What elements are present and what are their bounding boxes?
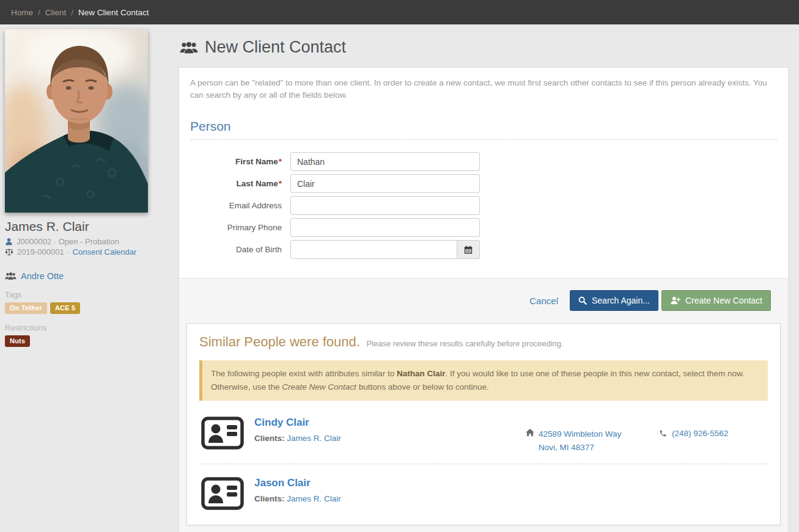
breadcrumb: Home / Client / New Client Contact [0,0,799,24]
required-marker: * [279,179,282,188]
similar-people-panel: Similar People were found. Please review… [186,323,781,525]
create-new-contact-button[interactable]: Create New Contact [661,290,771,311]
tag-badge: ACE 5 [50,302,80,314]
search-again-button[interactable]: Search Again... [570,290,658,311]
form-row-first-name: First Name* [190,152,777,171]
result-address: 42589 Wimbleton Way Novi, MI 48377 [526,415,659,453]
alert-search-name: Nathan Clair [397,369,446,378]
client-link[interactable]: James R. Clair [287,494,341,503]
first-name-label: First Name* [190,157,282,166]
clients-label: Clients: [254,434,285,443]
result-phone: (248) 926-5562 [659,415,768,438]
dob-label: Date of Birth [190,245,282,254]
restrictions-list: Nuts [5,335,172,347]
phone-number: (248) 926-5562 [672,429,728,438]
home-icon [526,429,534,437]
last-name-label: Last Name* [190,179,282,188]
form-row-phone: Primary Phone [190,218,777,237]
page-title: New Client Contact [205,38,346,57]
result-name-link[interactable]: Cindy Clair [254,417,309,429]
result-row-cindy[interactable]: Cindy Clair Clients: James R. Clair [199,415,768,453]
result-clients-line: Clients: James R. Clair [254,494,768,503]
users-icon [180,41,198,54]
case-number: 2019-000001 · [17,247,69,257]
similar-people-heading: Similar People were found. [199,334,360,349]
related-person-link[interactable]: Andre Otte [21,271,64,281]
cancel-button[interactable]: Cancel [529,296,558,306]
result-info: Cindy Clair Clients: James R. Clair [254,415,526,443]
dob-input-group [290,240,480,259]
users-icon [5,272,17,280]
email-label: Email Address [190,201,282,210]
person-form: First Name* Last Name* Email Address Pri… [190,152,777,259]
form-row-email: Email Address [190,196,777,215]
phone-input[interactable] [290,218,480,237]
person-plus-icon [670,296,680,305]
client-id-text: J0000002 · Open - Probation [17,237,119,246]
similar-people-subheading: Please review these results carefully be… [366,339,563,348]
client-link[interactable]: James R. Clair [287,434,341,443]
create-new-contact-label: Create New Contact [685,296,762,305]
client-name: James R. Clair [5,219,172,234]
client-sidebar: James R. Clair J0000002 · Open - Probati… [0,24,172,532]
search-again-label: Search Again... [592,296,650,305]
last-name-input[interactable] [290,174,480,193]
results-divider [199,464,768,464]
phone-icon [659,429,667,437]
required-marker: * [279,157,282,166]
similar-results-list: Cindy Clair Clients: James R. Clair [199,415,768,509]
address-line1: 42589 Wimbleton Way [539,429,621,440]
calendar-addon-button[interactable] [457,240,480,259]
content-container: A person can be "related" to more than o… [179,67,789,532]
breadcrumb-current: New Client Contact [78,8,149,17]
scales-icon [5,248,13,256]
tag-badge: On Tether [5,302,47,314]
breadcrumb-home-link[interactable]: Home [11,8,33,17]
dob-input[interactable] [290,240,457,259]
alert-italic-label: Create New Contact [282,382,356,392]
address-line2: Novi, MI 48377 [526,442,659,453]
breadcrumb-client-link[interactable]: Client [45,8,67,17]
client-case-row: 2019-000001 · Consent Calendar [5,247,172,257]
result-row-jason[interactable]: Jason Clair Clients: James R. Clair [199,476,768,510]
result-info: Jason Clair Clients: James R. Clair [254,476,768,503]
page-title-row: New Client Contact [180,38,789,57]
calendar-icon [464,246,473,254]
breadcrumb-separator: / [38,8,40,17]
result-clients-line: Clients: James R. Clair [254,434,526,443]
person-section-heading: Person [190,119,777,140]
search-icon [578,296,587,305]
form-actions: Cancel Search Again... Create New Contac… [179,279,788,323]
restrictions-label: Restrictions [5,323,172,332]
clients-label: Clients: [254,494,285,503]
email-input[interactable] [290,196,480,215]
first-name-input[interactable] [290,152,480,171]
related-person-row: Andre Otte [5,271,172,281]
id-card-icon [201,477,244,510]
search-form-section: A person can be "related" to more than o… [179,68,788,279]
similar-people-heading-row: Similar People were found. Please review… [199,334,768,350]
result-name-link[interactable]: Jason Clair [254,477,311,489]
similar-people-alert: The following people exist with attribut… [199,360,768,401]
breadcrumb-separator: / [71,8,73,17]
person-icon [5,238,13,246]
id-card-icon [201,417,244,450]
tags-label: Tags [5,290,172,299]
client-photo [5,29,148,213]
main-content: New Client Contact A person can be "rela… [172,24,799,532]
form-row-last-name: Last Name* [190,174,777,193]
client-id-row: J0000002 · Open - Probation [5,237,172,246]
tags-list: On Tether ACE 5 [5,302,172,314]
consent-calendar-link[interactable]: Consent Calendar [73,247,137,257]
intro-text: A person can be "related" to more than o… [190,77,777,101]
form-row-dob: Date of Birth [190,240,777,259]
phone-label: Primary Phone [190,223,282,232]
restriction-badge: Nuts [5,335,30,347]
